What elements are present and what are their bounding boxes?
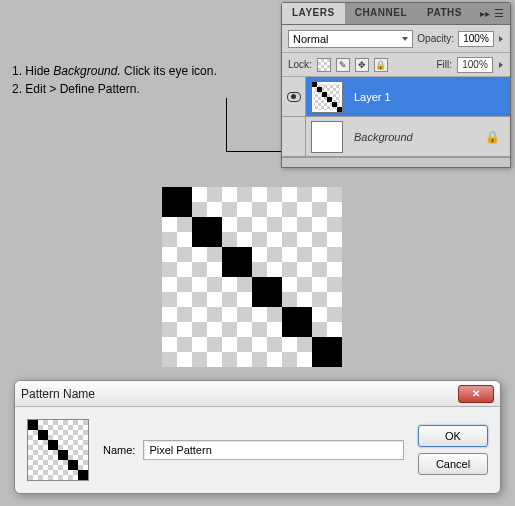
- tab-paths[interactable]: PATHS: [417, 3, 472, 24]
- fill-input[interactable]: 100%: [457, 57, 493, 73]
- lock-label: Lock:: [288, 59, 312, 70]
- instructions-text: 1. Hide Background. Click its eye icon. …: [12, 62, 217, 98]
- visibility-toggle-background[interactable]: [282, 117, 306, 156]
- lock-all-icon[interactable]: 🔒: [374, 58, 388, 72]
- ok-button[interactable]: OK: [418, 425, 488, 447]
- lock-transparency-icon[interactable]: [317, 58, 331, 72]
- pattern-preview-canvas: [162, 187, 342, 367]
- visibility-toggle-layer1[interactable]: [282, 77, 306, 116]
- opacity-label: Opacity:: [417, 33, 454, 44]
- blend-mode-select[interactable]: Normal: [288, 30, 413, 48]
- panel-menu-button[interactable]: ▸▸ ☰: [480, 3, 510, 24]
- layers-panel: LAYERS CHANNEL PATHS ▸▸ ☰ Normal Opacity…: [281, 2, 511, 168]
- name-label: Name:: [103, 444, 135, 456]
- chevron-down-icon: [402, 37, 408, 41]
- close-button[interactable]: ✕: [458, 385, 494, 403]
- eye-icon: [287, 92, 301, 102]
- lock-image-icon[interactable]: ✎: [336, 58, 350, 72]
- layer-row-background[interactable]: Background 🔒: [282, 117, 510, 157]
- dialog-title: Pattern Name: [21, 387, 95, 401]
- layer-row-layer1[interactable]: Layer 1: [282, 77, 510, 117]
- lock-position-icon[interactable]: ✥: [355, 58, 369, 72]
- layer1-name[interactable]: Layer 1: [348, 91, 391, 103]
- panel-tabs: LAYERS CHANNEL PATHS ▸▸ ☰: [282, 3, 510, 25]
- fill-label: Fill:: [436, 59, 452, 70]
- close-icon: ✕: [472, 388, 480, 399]
- opacity-arrow-icon[interactable]: [499, 36, 503, 42]
- annotation-line: [226, 98, 282, 152]
- pattern-name-input[interactable]: [143, 440, 404, 460]
- fill-arrow-icon[interactable]: [499, 62, 503, 68]
- cancel-button[interactable]: Cancel: [418, 453, 488, 475]
- pattern-name-dialog: Pattern Name ✕ Name: OK Cancel: [14, 380, 501, 494]
- layer1-thumbnail[interactable]: [311, 81, 343, 113]
- pattern-thumbnail: [27, 419, 89, 481]
- lock-row: Lock: ✎ ✥ 🔒 Fill: 100%: [282, 53, 510, 77]
- tab-layers[interactable]: LAYERS: [282, 3, 345, 24]
- background-thumbnail[interactable]: [311, 121, 343, 153]
- lock-icon: 🔒: [485, 130, 500, 144]
- opacity-input[interactable]: 100%: [458, 31, 494, 47]
- blend-row: Normal Opacity: 100%: [282, 25, 510, 53]
- dialog-titlebar[interactable]: Pattern Name ✕: [15, 381, 500, 407]
- tab-channel[interactable]: CHANNEL: [345, 3, 417, 24]
- background-name[interactable]: Background: [348, 131, 413, 143]
